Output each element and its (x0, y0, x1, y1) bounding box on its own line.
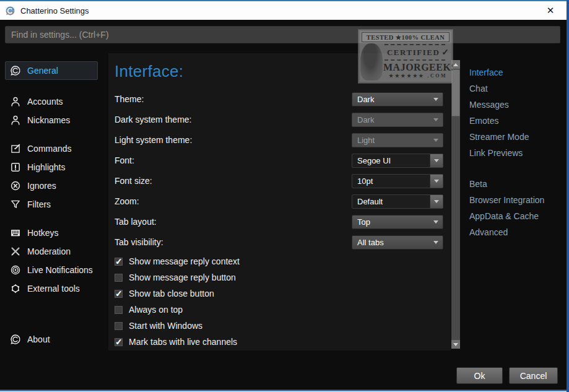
checkbox-label: Mark tabs with live channels (129, 337, 237, 347)
checkbox-always-on-top[interactable]: Always on top (115, 303, 183, 316)
sidebar-item-label: General (27, 66, 58, 76)
checkbox-icon (115, 338, 123, 346)
quicknav-messages[interactable]: Messages (469, 97, 563, 113)
setting-label: Font size: (115, 176, 152, 186)
scroll-up-button[interactable] (451, 60, 460, 69)
light-system-theme-dropdown: Light (352, 133, 443, 147)
cancel-button[interactable]: Cancel (509, 367, 558, 384)
crossed-swords-icon (10, 246, 21, 257)
sidebar-item-general[interactable]: General (5, 61, 98, 80)
combobox-value[interactable]: 10pt (352, 176, 430, 186)
dropdown-value: Top (352, 217, 433, 227)
setting-label: Tab layout: (115, 217, 157, 227)
close-button[interactable]: ✕ (538, 1, 563, 20)
scrollbar-thumb[interactable] (451, 69, 460, 116)
setting-row-font: Font: Segoe UI (108, 154, 451, 168)
checkbox-show-message-reply-context[interactable]: Show message reply context (115, 255, 240, 268)
chevron-down-icon (434, 200, 439, 203)
sidebar-item-moderation[interactable]: Moderation (5, 242, 98, 261)
dropdown-button[interactable] (430, 195, 443, 208)
checkbox-show-tab-close-button[interactable]: Show tab close button (115, 287, 214, 300)
sidebar-item-external-tools[interactable]: External tools (5, 279, 98, 298)
setting-label: Theme: (115, 94, 144, 104)
font-size-combobox[interactable]: 10pt (352, 174, 443, 188)
ok-button[interactable]: Ok (456, 367, 503, 384)
quicknav-appdata-cache[interactable]: AppData & Cache (469, 208, 563, 224)
quicknav-emotes[interactable]: Emotes (469, 113, 563, 129)
sidebar-item-nicknames[interactable]: Nicknames (5, 111, 98, 129)
sidebar-item-highlights[interactable]: Highlights (5, 158, 98, 176)
combobox-value[interactable]: Segoe UI (352, 156, 430, 165)
setting-row-font-size: Font size: 10pt (108, 174, 451, 189)
sidebar-item-hotkeys[interactable]: Hotkeys (5, 224, 98, 242)
quicknav-streamer-mode[interactable]: Streamer Mode (469, 129, 563, 145)
window-bottom-border (0, 390, 567, 392)
sidebar-item-label: Ignores (27, 181, 56, 191)
dropdown-value: Light (352, 136, 433, 145)
quicknav-advanced[interactable]: Advanced (469, 224, 563, 240)
quicknav-interface[interactable]: Interface (469, 64, 563, 81)
checkbox-icon (115, 258, 123, 266)
sidebar-item-label: Accounts (27, 97, 63, 107)
settings-window: Chatterino Settings ✕ General Accounts (0, 0, 569, 392)
chevron-down-icon (433, 118, 438, 121)
sidebar-item-label: Filters (27, 199, 51, 209)
checkbox-icon (115, 322, 123, 330)
checkbox-label: Show message reply button (129, 272, 236, 282)
sidebar-item-label: Live Notifications (27, 265, 93, 275)
sidebar-item-label: Commands (27, 144, 72, 154)
pencil-square-icon (10, 143, 21, 154)
sidebar-item-label: Moderation (27, 246, 71, 256)
dropdown-value: All tabs (352, 238, 433, 247)
watermark-divider (384, 44, 445, 45)
combobox-value[interactable]: Default (352, 197, 430, 206)
sidebar-item-about[interactable]: About (5, 330, 98, 349)
dropdown-value: Dark (352, 115, 433, 124)
checkbox-start-with-windows[interactable]: Start with Windows (115, 320, 202, 332)
quicknav-browser-integration[interactable]: Browser Integration (469, 192, 563, 208)
sidebar-item-ignores[interactable]: Ignores (5, 176, 98, 195)
quicknav-link-previews[interactable]: Link Previews (469, 145, 563, 161)
setting-row-dark-system-theme: Dark system theme: Dark (108, 113, 451, 128)
sidebar-item-filters[interactable]: Filters (5, 195, 98, 214)
quicknav-beta[interactable]: Beta (469, 176, 563, 192)
checkbox-icon (115, 274, 123, 282)
quicknav-chat[interactable]: Chat (469, 81, 563, 97)
chevron-down-icon (433, 241, 438, 244)
titlebar[interactable]: Chatterino Settings ✕ (0, 1, 567, 20)
sidebar-item-commands[interactable]: Commands (5, 139, 98, 158)
settings-content: Interface: Theme: Dark Dark system theme… (108, 53, 451, 351)
setting-label: Dark system theme: (115, 115, 191, 124)
chevron-down-icon (434, 180, 439, 183)
setting-label: Zoom: (115, 196, 139, 206)
zoom-combobox[interactable]: Default (352, 194, 443, 209)
dropdown-value: Dark (352, 95, 433, 104)
checkbox-show-message-reply-button[interactable]: Show message reply button (115, 271, 236, 284)
sidebar-item-label: About (27, 334, 50, 344)
checkbox-mark-tabs-with-live-channels[interactable]: Mark tabs with live channels (115, 336, 237, 348)
search-input[interactable] (5, 26, 560, 43)
tab-visibility-dropdown[interactable]: All tabs (352, 235, 443, 250)
dark-system-theme-dropdown: Dark (352, 113, 443, 127)
setting-row-tab-layout: Tab layout: Top (108, 215, 451, 230)
sidebar-item-accounts[interactable]: Accounts (5, 92, 98, 111)
checkbox-label: Start with Windows (129, 321, 202, 331)
font-combobox[interactable]: Segoe UI (352, 154, 443, 168)
tab-layout-dropdown[interactable]: Top (352, 215, 443, 229)
sidebar-item-label: Nicknames (27, 115, 70, 125)
quick-nav: Interface Chat Messages Emotes Streamer … (469, 53, 563, 240)
content-scrollbar (451, 60, 460, 349)
window-title: Chatterino Settings (20, 6, 89, 15)
triangle-down-icon (453, 343, 458, 346)
setting-row-zoom: Zoom: Default (108, 194, 451, 209)
setting-label: Tab visibility: (115, 237, 163, 247)
theme-dropdown[interactable]: Dark (352, 92, 443, 107)
scroll-down-button[interactable] (451, 340, 460, 349)
cross-circle-icon (10, 180, 21, 191)
dropdown-button[interactable] (430, 175, 443, 188)
chatterino-app-icon (5, 6, 15, 16)
person-icon (10, 115, 21, 126)
sidebar-item-live-notifications[interactable]: Live Notifications (5, 261, 98, 279)
sidebar: General Accounts Nicknames (0, 53, 108, 386)
dropdown-button[interactable] (430, 154, 443, 167)
